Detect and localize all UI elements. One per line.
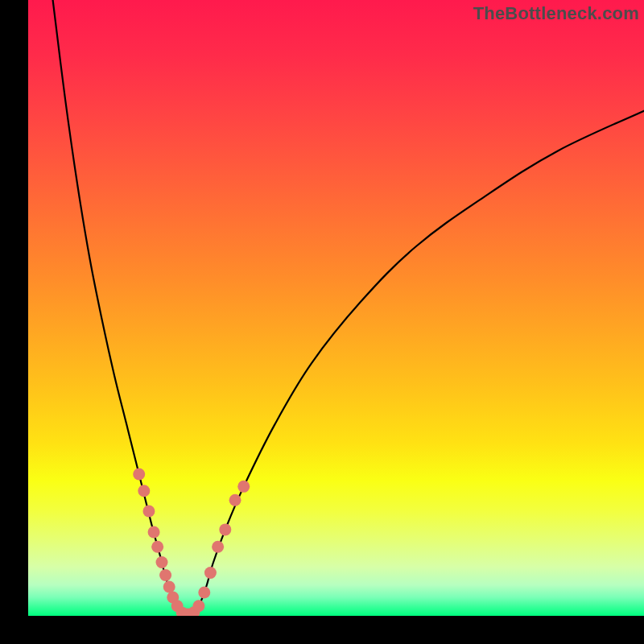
data-point [237, 481, 250, 493]
data-point [142, 505, 155, 517]
plot-area: TheBottleneck.com [28, 0, 644, 616]
data-point [192, 600, 204, 612]
data-point [198, 586, 210, 598]
bottleneck-curve [53, 0, 644, 614]
data-point [229, 494, 242, 506]
data-point [212, 541, 224, 553]
chart-frame: TheBottleneck.com [0, 0, 644, 644]
data-point [219, 523, 231, 535]
data-point [151, 541, 163, 553]
data-point [204, 567, 217, 579]
data-point [138, 485, 150, 497]
scatter-group [133, 469, 250, 616]
data-point [163, 581, 175, 593]
curve-group [53, 0, 644, 614]
data-point [156, 556, 168, 568]
data-point [133, 469, 145, 481]
data-point [148, 526, 160, 538]
data-point [159, 569, 171, 581]
chart-svg [28, 0, 644, 616]
